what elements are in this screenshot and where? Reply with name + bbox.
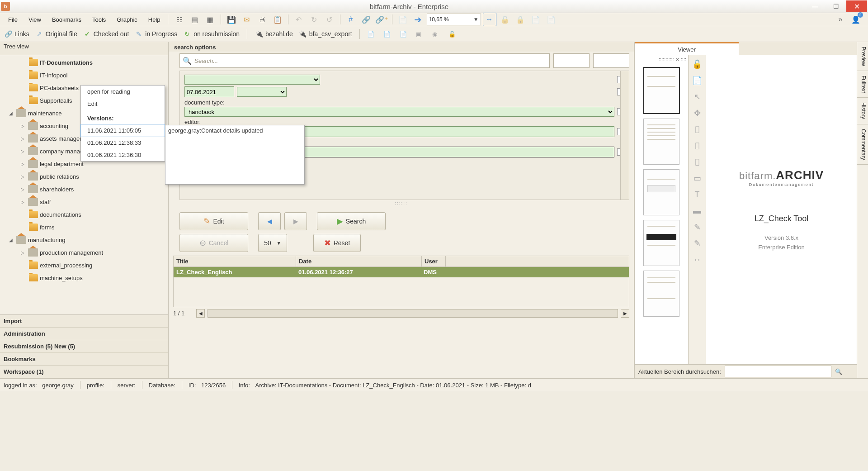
menu-tools[interactable]: Tools bbox=[87, 14, 111, 25]
menu-bookmarks[interactable]: Bookmarks bbox=[47, 14, 87, 25]
close-button[interactable]: ✕ bbox=[846, 0, 867, 12]
tab-commentary[interactable]: Commentary bbox=[857, 124, 868, 165]
overflow-icon[interactable]: » bbox=[834, 13, 847, 26]
tree-item[interactable]: staff bbox=[40, 199, 51, 205]
link-bfa-export[interactable]: 🔌bfa_csv_export bbox=[298, 29, 352, 38]
col-title[interactable]: Title bbox=[174, 256, 296, 266]
page-thumbnail[interactable] bbox=[643, 169, 679, 215]
menu-help[interactable]: Help bbox=[143, 14, 166, 25]
save-icon[interactable]: 💾 bbox=[225, 13, 238, 26]
mail-icon[interactable]: ✉ bbox=[240, 13, 254, 26]
expand-icon[interactable]: ▷ bbox=[21, 162, 26, 167]
tree-item[interactable]: IT-Infopool bbox=[40, 72, 67, 79]
text-icon[interactable]: T bbox=[691, 189, 703, 200]
menu-graphic[interactable]: Graphic bbox=[111, 14, 143, 25]
splitter-icon[interactable]: :::::: bbox=[169, 201, 634, 206]
tree-item[interactable]: IT-Documentations bbox=[40, 59, 93, 66]
pen-icon[interactable]: ✎ bbox=[691, 221, 703, 233]
stamp3-icon[interactable]: ⌷ bbox=[691, 156, 703, 168]
print-icon[interactable]: 🖨 bbox=[255, 13, 269, 26]
document-type-select[interactable]: handbook bbox=[184, 107, 614, 117]
fit-width-icon[interactable]: ↔ bbox=[483, 13, 496, 26]
col-date[interactable]: Date bbox=[296, 256, 422, 266]
section-administration[interactable]: Administration bbox=[0, 328, 168, 340]
menu-view[interactable]: View bbox=[23, 14, 47, 25]
minimize-button[interactable]: — bbox=[805, 0, 826, 12]
zoom-input[interactable]: 10,65 % ▼ bbox=[427, 14, 481, 25]
ctx-edit[interactable]: Edit bbox=[81, 98, 165, 110]
filter-checked-out[interactable]: ✔Checked out bbox=[83, 29, 129, 38]
link-icon[interactable]: 🔗 bbox=[359, 13, 373, 26]
expand-icon[interactable]: ▷ bbox=[21, 124, 26, 128]
expand-icon[interactable]: ▷ bbox=[21, 200, 26, 205]
doc-lock-icon[interactable]: 📄 bbox=[691, 75, 703, 86]
filter-on-resubmission[interactable]: ↻on resubmission bbox=[183, 29, 240, 38]
menu-file[interactable]: File bbox=[3, 14, 23, 25]
maximize-button[interactable]: ☐ bbox=[826, 0, 846, 12]
filter-links[interactable]: 🔗Links bbox=[4, 29, 29, 38]
pointer-icon[interactable]: ↖ bbox=[691, 91, 703, 103]
lock-open-icon[interactable]: 🔓 bbox=[691, 58, 703, 70]
tree-item[interactable]: Supportcalls bbox=[40, 97, 72, 104]
view-grid-icon[interactable]: ▦ bbox=[203, 13, 217, 26]
stamp1-icon[interactable]: ⌷ bbox=[691, 124, 703, 135]
prev-button[interactable]: ◀ bbox=[258, 212, 281, 230]
view-tree-icon[interactable]: ☷ bbox=[173, 13, 186, 26]
expand-icon[interactable]: ▷ bbox=[21, 187, 26, 192]
tab-viewer[interactable]: Viewer bbox=[635, 42, 739, 55]
page-thumbnail[interactable] bbox=[643, 220, 679, 266]
tab-preview[interactable]: Preview bbox=[857, 42, 868, 71]
chevron-down-icon[interactable]: ▼ bbox=[473, 16, 479, 23]
link-add-icon[interactable]: 🔗⁺ bbox=[375, 13, 388, 26]
search-go-icon[interactable]: 🔍 bbox=[835, 368, 842, 375]
collapse-icon[interactable]: ◢ bbox=[9, 111, 14, 116]
move-icon[interactable]: ✥ bbox=[691, 107, 703, 119]
view-list-icon[interactable]: ▤ bbox=[188, 13, 202, 26]
tag-icon[interactable]: # bbox=[344, 13, 358, 26]
result-row[interactable]: LZ_Check_Englisch 01.06.2021 12:36:27 DM… bbox=[174, 267, 629, 277]
clipboard-icon[interactable]: 📋 bbox=[271, 13, 284, 26]
col-user[interactable]: User bbox=[422, 256, 446, 266]
document-view[interactable]: bitfarm.ARCHIV Dokumentenmanagement LZ_C… bbox=[706, 55, 857, 364]
filter-original-file[interactable]: ↗Original file bbox=[35, 29, 77, 38]
tree-item[interactable]: shareholders bbox=[40, 186, 74, 193]
rect-icon[interactable]: ▭ bbox=[691, 172, 703, 184]
tree-item[interactable]: machine_setups bbox=[40, 275, 83, 281]
search-extra-2[interactable] bbox=[593, 53, 629, 68]
expand-icon[interactable]: ▷ bbox=[21, 149, 26, 154]
dropdown-field[interactable] bbox=[184, 75, 320, 85]
section-workspace[interactable]: Workspace (1) bbox=[0, 366, 168, 378]
stamp2-icon[interactable]: ⌷ bbox=[691, 140, 703, 152]
tab-fulltext[interactable]: Fulltext bbox=[857, 71, 868, 98]
tree-item[interactable]: external_processing bbox=[40, 262, 92, 269]
ctx-version-1[interactable]: 11.06.2021 11:05:05 bbox=[80, 124, 165, 137]
link-bezahl[interactable]: 🔌bezahl.de bbox=[255, 29, 293, 38]
ctx-version-2[interactable]: 01.06.2021 12:38:33 bbox=[81, 137, 165, 149]
date-from-input[interactable] bbox=[184, 86, 234, 97]
scroll-right-button[interactable]: ▶ bbox=[621, 309, 629, 318]
tab-history[interactable]: History bbox=[857, 98, 868, 124]
section-import[interactable]: Import bbox=[0, 315, 168, 328]
go-icon[interactable]: ➜ bbox=[411, 13, 425, 26]
pen2-icon[interactable]: ✎ bbox=[691, 238, 703, 249]
search-button[interactable]: ▶Search bbox=[317, 212, 386, 230]
scroll-left-button[interactable]: ◀ bbox=[196, 309, 205, 318]
cancel-button[interactable]: ⊖Cancel bbox=[179, 234, 248, 252]
tree-item[interactable]: manufacturing bbox=[28, 237, 65, 243]
tree-item[interactable]: production management bbox=[40, 249, 103, 256]
viewer-search-input[interactable] bbox=[725, 366, 831, 377]
next-button[interactable]: ▶ bbox=[284, 212, 307, 230]
ctx-version-3[interactable]: 01.06.2021 12:36:30 bbox=[81, 149, 165, 161]
section-bookmarks[interactable]: Bookmarks bbox=[0, 353, 168, 366]
ctx-open-reading[interactable]: open for reading bbox=[81, 86, 165, 98]
fit-icon[interactable]: ↔ bbox=[691, 254, 703, 266]
page-thumbnail[interactable] bbox=[643, 271, 679, 317]
tree-item[interactable]: PC-datasheets bbox=[40, 85, 79, 91]
tree-item[interactable]: accounting bbox=[40, 123, 68, 129]
scroll-track[interactable] bbox=[208, 309, 618, 318]
section-resubmission[interactable]: Resubmission (5) New (5) bbox=[0, 340, 168, 353]
expand-icon[interactable]: ▷ bbox=[21, 136, 26, 141]
result-count-select[interactable]: 50▼ bbox=[258, 234, 287, 252]
edit-button[interactable]: ✎Edit bbox=[179, 212, 248, 230]
tree-item[interactable]: maintenance bbox=[28, 110, 61, 117]
